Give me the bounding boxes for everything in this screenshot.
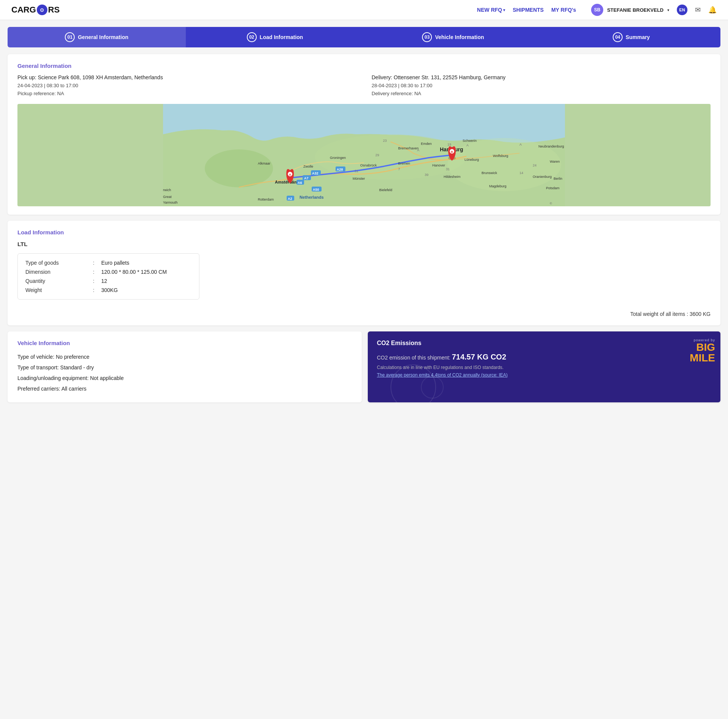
header: CARG ⊙ RS NEW RFQ ▾ SHIPMENTS MY RFQ's S… xyxy=(0,0,728,20)
bell-icon[interactable]: 🔔 xyxy=(708,6,717,14)
logo-text2: RS xyxy=(48,5,60,15)
co2-emissions-card: powered by BIG MILE CO2 Emissions CO2 em… xyxy=(368,331,720,402)
goods-value-dimension: 120.00 * 80.00 * 125.00 CM xyxy=(101,269,167,275)
svg-text:Berlin: Berlin xyxy=(554,177,562,181)
nav-shipments[interactable]: SHIPMENTS xyxy=(513,7,544,13)
delivery-address: Delivery: Ottensener Str. 131, 22525 Ham… xyxy=(372,74,711,80)
step-label-3: Vehicle Information xyxy=(435,34,484,40)
svg-text:rwich: rwich xyxy=(163,188,171,192)
logo-icon: ⊙ xyxy=(37,5,47,15)
map-svg: Amsterdam Zwolle Alkmaar Groningen Osnab… xyxy=(17,104,711,206)
goods-label-quantity: Quantity xyxy=(25,278,86,284)
delivery-reference: Delivery reference: NA xyxy=(372,90,711,98)
goods-table: Type of goods : Euro pallets Dimension :… xyxy=(17,253,199,300)
user-section: SB STEFANIE BROEKVELD ▾ xyxy=(591,4,669,16)
step-num-4: 04 xyxy=(613,32,623,42)
svg-text:7: 7 xyxy=(398,167,400,171)
big-mile-text: BIG xyxy=(696,342,715,353)
step-label-4: Summary xyxy=(626,34,650,40)
vehicle-information-card: Vehicle Information Type of vehicle: No … xyxy=(8,331,362,402)
svg-text:23: 23 xyxy=(383,139,387,143)
goods-colon-quantity: : xyxy=(90,278,97,284)
mile-text: MILE xyxy=(690,353,715,363)
step-vehicle-information[interactable]: 03 Vehicle Information xyxy=(364,27,542,47)
svg-text:14: 14 xyxy=(519,171,523,175)
big-mile-brand: powered by BIG MILE xyxy=(690,338,715,363)
svg-text:Neubrandenburg: Neubrandenburg xyxy=(538,144,564,148)
bottom-row: Vehicle Information Type of vehicle: No … xyxy=(8,331,720,402)
svg-text:A32: A32 xyxy=(312,171,318,175)
svg-text:Great: Great xyxy=(163,195,172,199)
user-name: STEFANIE BROEKVELD xyxy=(607,7,664,13)
goods-row-quantity: Quantity : 12 xyxy=(25,278,191,284)
svg-text:Rotterdam: Rotterdam xyxy=(258,198,274,201)
vehicle-info-title: Vehicle Information xyxy=(17,340,352,346)
svg-text:Münster: Münster xyxy=(353,177,365,181)
svg-text:31: 31 xyxy=(355,169,358,173)
goods-value-weight: 300KG xyxy=(101,287,118,293)
load-information-card: Load Information LTL Type of goods : Eur… xyxy=(8,221,720,325)
svg-text:Lüneburg: Lüneburg xyxy=(464,158,479,162)
nav-my-rfqs[interactable]: MY RFQ's xyxy=(551,7,576,13)
svg-text:Groningen: Groningen xyxy=(330,156,346,160)
svg-text:Hildesheim: Hildesheim xyxy=(444,175,461,179)
goods-row-type: Type of goods : Euro pallets xyxy=(25,260,191,266)
nav-new-rfq[interactable]: NEW RFQ ▾ xyxy=(477,7,505,13)
co2-prefix: CO2 emission of this shipment: xyxy=(377,355,452,361)
goods-value-quantity: 12 xyxy=(101,278,107,284)
main-content: General Information Pick up: Science Par… xyxy=(0,47,728,420)
svg-text:A: A xyxy=(289,173,291,176)
co2-value: 714.57 KG CO2 xyxy=(452,353,506,361)
goods-colon-type: : xyxy=(90,260,97,266)
delivery-col: Delivery: Ottensener Str. 131, 22525 Ham… xyxy=(372,74,711,98)
step-label-2: Load Information xyxy=(260,34,303,40)
pickup-address: Pick up: Science Park 608, 1098 XH Amste… xyxy=(17,74,356,80)
goods-label-weight: Weight xyxy=(25,287,86,293)
route-map: Amsterdam Zwolle Alkmaar Groningen Osnab… xyxy=(17,104,711,206)
svg-text:Wolfsburg: Wolfsburg xyxy=(493,154,508,158)
goods-label-dimension: Dimension xyxy=(25,269,86,275)
lang-badge[interactable]: EN xyxy=(677,5,687,15)
svg-text:Hanover: Hanover xyxy=(432,163,445,167)
user-chevron-icon: ▾ xyxy=(667,8,669,12)
goods-label-type: Type of goods xyxy=(25,260,86,266)
goods-row-weight: Weight : 300KG xyxy=(25,287,191,293)
logo: CARG ⊙ RS xyxy=(11,5,60,15)
total-weight: Total weight of all items : 3600 KG xyxy=(17,308,711,317)
svg-text:Schwerin: Schwerin xyxy=(463,139,477,143)
header-nav: NEW RFQ ▾ SHIPMENTS MY RFQ's SB STEFANIE… xyxy=(477,4,717,16)
co2-title: CO2 Emissions xyxy=(377,340,711,347)
step-general-information[interactable]: 01 General Information xyxy=(8,27,186,47)
svg-text:A28: A28 xyxy=(337,168,343,171)
svg-text:Potsdam: Potsdam xyxy=(546,186,560,190)
co2-decor2 xyxy=(421,376,444,399)
svg-text:Brunswick: Brunswick xyxy=(482,171,497,175)
chevron-down-icon: ▾ xyxy=(503,8,505,12)
svg-text:A2: A2 xyxy=(288,197,292,201)
logo-text: CARG xyxy=(11,5,36,15)
step-num-3: 03 xyxy=(422,32,432,42)
pickup-date: 24-04-2023 | 08:30 to 17:00 xyxy=(17,82,356,90)
svg-text:A6: A6 xyxy=(298,181,302,185)
goods-colon-dimension: : xyxy=(90,269,97,275)
svg-text:A: A xyxy=(417,148,419,152)
step-load-information[interactable]: 02 Load Information xyxy=(186,27,364,47)
svg-text:©: © xyxy=(550,202,552,205)
step-summary[interactable]: 04 Summary xyxy=(542,27,720,47)
vehicle-detail-4: Preferred carriers: All carriers xyxy=(17,383,352,394)
envelope-icon[interactable]: ✉ xyxy=(695,6,701,14)
svg-text:Yarmouth: Yarmouth xyxy=(163,201,177,204)
step-num-1: 01 xyxy=(65,32,75,42)
goods-value-type: Euro pallets xyxy=(101,260,129,266)
vehicle-detail-2: Type of transport: Standard - dry xyxy=(17,362,352,373)
svg-text:Osnabrück: Osnabrück xyxy=(360,163,377,167)
svg-text:Bielefeld: Bielefeld xyxy=(379,188,392,192)
delivery-date: 28-04-2023 | 08:30 to 17:00 xyxy=(372,82,711,90)
general-info-title: General Information xyxy=(17,63,711,69)
vehicle-detail-1: Type of vehicle: No preference xyxy=(17,352,352,362)
svg-text:B: B xyxy=(451,150,453,154)
goods-colon-weight: : xyxy=(90,287,97,293)
svg-text:24: 24 xyxy=(533,163,537,167)
svg-text:A50: A50 xyxy=(313,188,319,192)
svg-text:Magdeburg: Magdeburg xyxy=(489,184,507,188)
